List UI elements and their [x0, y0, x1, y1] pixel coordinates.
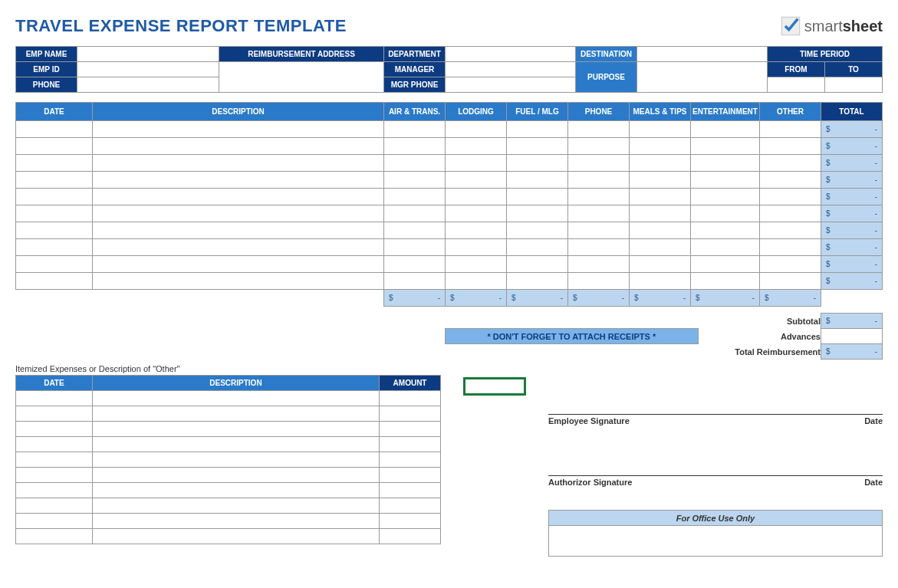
authorizor-signature-line[interactable]: [548, 448, 883, 476]
expense-cell[interactable]: [691, 205, 760, 222]
expense-cell[interactable]: [630, 189, 691, 205]
emp-name-input[interactable]: [77, 47, 219, 62]
expense-cell[interactable]: [760, 239, 821, 256]
expense-cell[interactable]: [16, 222, 93, 239]
itemized-cell[interactable]: [16, 452, 93, 468]
expense-cell[interactable]: [384, 256, 446, 273]
expense-cell[interactable]: [691, 189, 760, 205]
itemized-cell[interactable]: [16, 483, 93, 498]
expense-cell[interactable]: [691, 222, 760, 239]
expense-cell[interactable]: [568, 138, 630, 155]
expense-cell[interactable]: [384, 222, 446, 239]
itemized-cell[interactable]: [380, 437, 441, 452]
itemized-cell[interactable]: [380, 514, 441, 529]
expense-cell[interactable]: [691, 273, 760, 290]
to-input[interactable]: [825, 77, 883, 93]
expense-cell[interactable]: [691, 172, 760, 189]
expense-cell[interactable]: [760, 222, 821, 239]
expense-cell[interactable]: [630, 222, 691, 239]
expense-cell[interactable]: [568, 189, 630, 205]
expense-cell[interactable]: [384, 273, 446, 290]
expense-cell[interactable]: [630, 239, 691, 256]
expense-cell[interactable]: [630, 172, 691, 189]
expense-cell[interactable]: [691, 138, 760, 155]
expense-cell[interactable]: [507, 121, 568, 138]
expense-cell[interactable]: [93, 121, 384, 138]
itemized-cell[interactable]: [380, 422, 441, 437]
purpose-input[interactable]: [637, 62, 768, 93]
expense-cell[interactable]: [384, 155, 446, 172]
expense-cell[interactable]: [446, 121, 507, 138]
expense-cell[interactable]: [691, 155, 760, 172]
expense-cell[interactable]: [93, 222, 384, 239]
expense-cell[interactable]: [507, 155, 568, 172]
itemized-cell[interactable]: [16, 391, 93, 406]
itemized-cell[interactable]: [92, 406, 379, 422]
expense-cell[interactable]: [507, 222, 568, 239]
expense-cell[interactable]: [507, 172, 568, 189]
expense-cell[interactable]: [760, 189, 821, 205]
expense-cell[interactable]: [93, 239, 384, 256]
expense-cell[interactable]: [384, 138, 446, 155]
itemized-cell[interactable]: [380, 452, 441, 468]
emp-id-input[interactable]: [77, 62, 219, 77]
expense-cell[interactable]: [446, 256, 507, 273]
expense-cell[interactable]: [630, 256, 691, 273]
itemized-cell[interactable]: [92, 422, 379, 437]
expense-cell[interactable]: [16, 256, 93, 273]
expense-cell[interactable]: [93, 155, 384, 172]
expense-cell[interactable]: [760, 256, 821, 273]
expense-cell[interactable]: [568, 273, 630, 290]
advances-input[interactable]: [821, 329, 882, 344]
manager-input[interactable]: [446, 62, 576, 77]
expense-cell[interactable]: [16, 155, 93, 172]
itemized-cell[interactable]: [92, 468, 379, 483]
expense-cell[interactable]: [446, 239, 507, 256]
expense-cell[interactable]: [691, 256, 760, 273]
expense-cell[interactable]: [384, 189, 446, 205]
expense-cell[interactable]: [760, 205, 821, 222]
expense-cell[interactable]: [384, 172, 446, 189]
reimb-addr-input[interactable]: [219, 62, 384, 93]
itemized-cell[interactable]: [380, 468, 441, 483]
expense-cell[interactable]: [760, 172, 821, 189]
expense-cell[interactable]: [16, 172, 93, 189]
expense-cell[interactable]: [568, 121, 630, 138]
expense-cell[interactable]: [446, 205, 507, 222]
expense-cell[interactable]: [16, 121, 93, 138]
expense-cell[interactable]: [93, 172, 384, 189]
expense-cell[interactable]: [568, 205, 630, 222]
expense-cell[interactable]: [384, 121, 446, 138]
expense-cell[interactable]: [16, 273, 93, 290]
expense-cell[interactable]: [507, 138, 568, 155]
selected-cell-cursor[interactable]: [464, 378, 525, 395]
employee-signature-line[interactable]: [548, 387, 883, 415]
expense-cell[interactable]: [630, 155, 691, 172]
expense-cell[interactable]: [760, 273, 821, 290]
itemized-cell[interactable]: [92, 452, 379, 468]
expense-cell[interactable]: [384, 239, 446, 256]
expense-cell[interactable]: [568, 256, 630, 273]
expense-cell[interactable]: [93, 189, 384, 205]
expense-cell[interactable]: [568, 239, 630, 256]
itemized-cell[interactable]: [16, 529, 93, 544]
expense-cell[interactable]: [93, 138, 384, 155]
expense-cell[interactable]: [568, 222, 630, 239]
expense-cell[interactable]: [16, 205, 93, 222]
itemized-cell[interactable]: [16, 468, 93, 483]
expense-cell[interactable]: [16, 189, 93, 205]
expense-cell[interactable]: [446, 155, 507, 172]
expense-cell[interactable]: [760, 138, 821, 155]
expense-cell[interactable]: [446, 273, 507, 290]
itemized-cell[interactable]: [92, 529, 379, 544]
expense-cell[interactable]: [630, 121, 691, 138]
expense-cell[interactable]: [93, 273, 384, 290]
expense-cell[interactable]: [507, 256, 568, 273]
expense-cell[interactable]: [93, 205, 384, 222]
expense-cell[interactable]: [507, 205, 568, 222]
expense-cell[interactable]: [446, 138, 507, 155]
mgr-phone-input[interactable]: [446, 77, 576, 93]
from-input[interactable]: [768, 77, 825, 93]
itemized-cell[interactable]: [92, 483, 379, 498]
itemized-cell[interactable]: [16, 514, 93, 529]
